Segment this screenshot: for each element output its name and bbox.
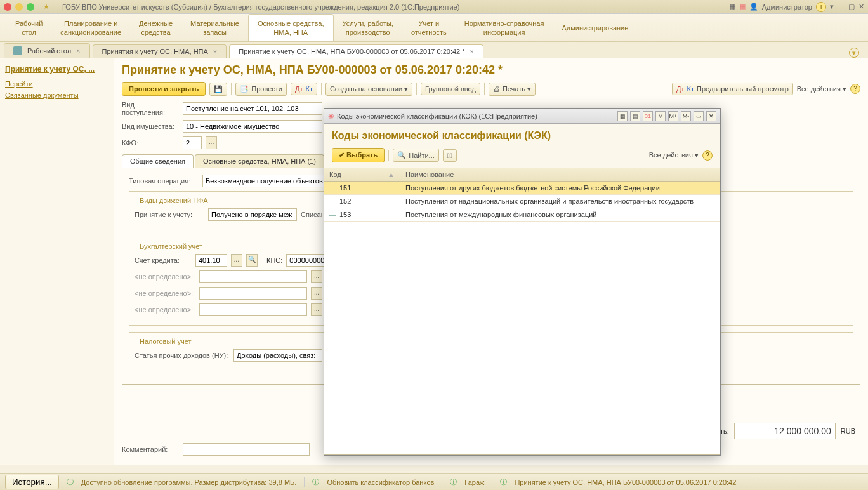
calendar-icon[interactable]: ▦	[739, 3, 746, 11]
status-doc-link[interactable]: Принятие к учету ОС, НМА, НПА БУ00-00000…	[515, 479, 736, 486]
dialog-all-actions[interactable]: Все действия ▾	[649, 151, 699, 159]
menu-fixed-assets[interactable]: Основные средства,НМА, НПА	[248, 14, 334, 41]
help-icon[interactable]: i	[816, 2, 826, 12]
kek-table: Код ▲ Наименование — 151Поступления от д…	[324, 168, 720, 455]
post-button[interactable]: 📑 Провести	[235, 83, 287, 96]
row-icon: —	[329, 185, 336, 192]
input-kfo[interactable]	[183, 136, 202, 149]
save-button[interactable]: 💾	[209, 83, 227, 96]
document-title: Принятие к учету ОС, НМА, НПА БУ00-00000…	[122, 63, 860, 77]
col-header-code[interactable]: Код ▲	[324, 168, 400, 181]
select-button[interactable]: ...	[206, 136, 217, 149]
grid-icon[interactable]: ▦	[617, 111, 628, 121]
label-comment: Комментарий:	[122, 446, 179, 453]
side-panel: Принятие к учету ОС, ... Перейти Связанн…	[0, 58, 114, 465]
statusbar: История... ⓘ Доступно обновление програм…	[0, 473, 868, 490]
dropdown-icon[interactable]: ▾	[830, 3, 834, 11]
dialog-heading: Коды экономической классификации (КЭК)	[324, 124, 720, 145]
star-icon[interactable]: ★	[43, 3, 49, 11]
sidepanel-link-go[interactable]: Перейти	[5, 80, 109, 88]
table-row[interactable]: — 153Поступления от международных финанс…	[324, 208, 720, 222]
menu-desktop[interactable]: Рабочийстол	[6, 14, 51, 41]
dialog-close-icon[interactable]: ✕	[706, 111, 716, 121]
section-menubar: Рабочийстол Планирование исанкционирован…	[0, 14, 868, 42]
maximize-icon[interactable]: ▢	[848, 3, 855, 11]
menu-cash[interactable]: Денежныесредства	[130, 14, 181, 41]
preview-button[interactable]: ДтКт Предварительный просмотр	[672, 83, 793, 95]
dtKt-button[interactable]: ДтКт	[291, 83, 317, 95]
menu-reference[interactable]: Нормативно-справочнаяинформация	[456, 14, 553, 41]
status-update-link[interactable]: Доступно обновление программы. Размер ди…	[81, 479, 297, 486]
input-income-article[interactable]	[233, 349, 322, 362]
minimize-dot[interactable]	[15, 3, 23, 11]
minimize-icon[interactable]: —	[838, 3, 845, 11]
tab-close-icon[interactable]: ×	[470, 48, 474, 55]
help-icon[interactable]: ?	[850, 84, 860, 94]
calendar-icon[interactable]: 31	[643, 111, 653, 121]
chevron-down-icon[interactable]: ▾	[849, 48, 859, 58]
maximize-dot[interactable]	[27, 3, 34, 11]
sidepanel-link-related[interactable]: Связанные документы	[5, 91, 109, 99]
all-actions-link[interactable]: Все действия ▾	[797, 85, 846, 93]
input-comment[interactable]	[183, 443, 310, 456]
subtab-general[interactable]: Общие сведения	[122, 154, 194, 168]
help-icon[interactable]: ?	[702, 150, 713, 161]
select-button[interactable]: ...	[311, 270, 322, 283]
input-credit-account[interactable]	[195, 254, 227, 267]
menu-planning[interactable]: Планирование исанкционирование	[51, 14, 130, 41]
tab-document[interactable]: Принятие к учету ОС, НМА, НПА БУ00-00000…	[229, 44, 483, 58]
dialog-title: Коды экономической классификации (КЭК) (…	[337, 112, 537, 120]
desktop-icon	[13, 46, 22, 55]
info-icon: ⓘ	[312, 477, 319, 487]
clear-find-button[interactable]: 🔍⃠	[443, 149, 457, 162]
find-button[interactable]: 🔍 Найти...	[393, 149, 439, 162]
input-vid-post[interactable]	[183, 102, 322, 115]
m-plus-button[interactable]: M+	[668, 111, 678, 121]
tab-list[interactable]: Принятия к учету ОС, НМА, НПА ×	[93, 44, 227, 58]
total-currency: RUB	[841, 427, 855, 435]
group-input-button[interactable]: Групповой ввод	[421, 83, 480, 95]
toolbar-icon[interactable]: ▦	[729, 3, 735, 11]
total-amount: 12 000 000,00	[734, 423, 836, 439]
menu-accounting[interactable]: Учет иотчетность	[402, 14, 456, 41]
tab-desktop[interactable]: Рабочий стол ×	[4, 43, 90, 58]
menu-services[interactable]: Услуги, работы,производство	[334, 14, 402, 41]
label-typical-op: Типовая операция:	[129, 177, 199, 185]
select-button[interactable]: ✔ Выбрать	[332, 148, 385, 162]
fieldset-nfa: Виды движений НФА	[137, 197, 211, 204]
label-vid-post: Вид поступления:	[122, 101, 179, 116]
menu-admin[interactable]: Администрирование	[553, 14, 637, 41]
print-button[interactable]: 🖨 Печать ▾	[489, 83, 536, 96]
calc-icon[interactable]: ▤	[630, 111, 640, 121]
sort-icon: ▲	[388, 171, 395, 178]
window-controls: ★ ГОБУ ВПО Университет искусств (Субсиди…	[4, 3, 459, 11]
col-header-name[interactable]: Наименование	[400, 168, 720, 181]
menu-materials[interactable]: Материальныезапасы	[181, 14, 248, 41]
m-button[interactable]: M	[655, 111, 666, 121]
m-minus-button[interactable]: M-	[681, 111, 691, 121]
input-acceptance[interactable]	[208, 208, 297, 221]
info-icon: ⓘ	[67, 477, 74, 487]
restore-icon[interactable]: ▭	[694, 111, 704, 121]
tab-close-icon[interactable]: ×	[213, 48, 217, 55]
create-based-button[interactable]: Создать на основании ▾	[326, 83, 412, 96]
input-undefined-1[interactable]	[199, 270, 307, 283]
input-undefined-2[interactable]	[199, 287, 307, 300]
search-icon[interactable]: 🔍	[246, 254, 258, 267]
table-row[interactable]: — 151Поступления от других бюджетов бюдж…	[324, 182, 720, 195]
input-vid-im[interactable]	[183, 120, 322, 133]
select-button[interactable]: ...	[311, 287, 322, 300]
post-and-close-button[interactable]: Провести и закрыть	[122, 82, 206, 96]
close-dot[interactable]	[4, 3, 11, 11]
input-undefined-3[interactable]	[199, 303, 307, 316]
select-button[interactable]: ...	[311, 303, 322, 316]
table-row[interactable]: — 152Поступления от наднациональных орга…	[324, 195, 720, 208]
close-icon[interactable]: ✕	[858, 3, 864, 11]
select-button[interactable]: ...	[231, 254, 242, 267]
subtab-assets[interactable]: Основные средства, НМА, НПА (1)	[195, 154, 324, 168]
tab-close-icon[interactable]: ×	[76, 47, 80, 55]
label-credit-account: Счет кредита:	[135, 256, 192, 264]
status-banks-link[interactable]: Обновить классификатор банков	[327, 479, 434, 486]
history-button[interactable]: История...	[5, 475, 59, 489]
input-typical-op[interactable]	[202, 175, 336, 187]
